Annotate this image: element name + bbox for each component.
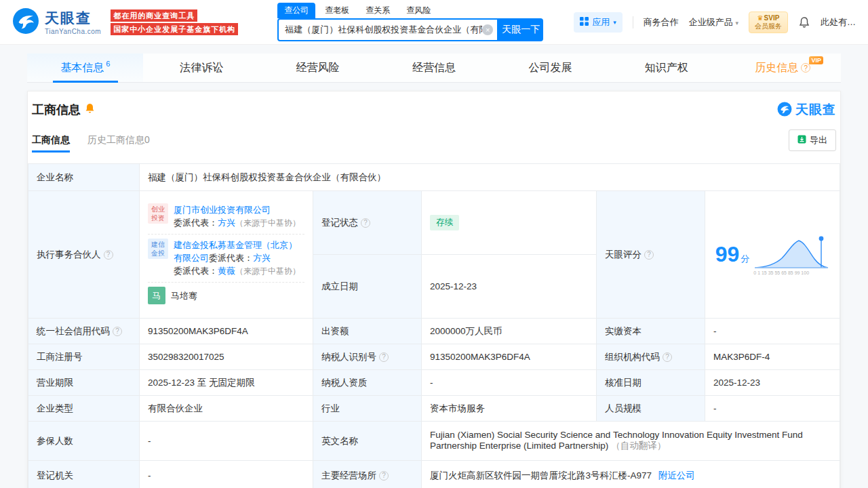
tab-label: 法律诉讼	[180, 61, 223, 75]
partner-person-link[interactable]: 马培骞	[171, 289, 197, 302]
label-executive-partners: 执行事务合伙人?	[28, 191, 140, 319]
apps-menu[interactable]: 应用 ▾	[574, 12, 623, 33]
tianyancha-logo[interactable]: 天眼查 TianYanCha.com	[12, 7, 101, 37]
tab-intellectual-property[interactable]: 知识产权	[608, 54, 724, 82]
label-company-name: 企业名称	[28, 164, 140, 191]
auto-translate-note: （自动翻译）	[611, 441, 666, 451]
business-info-table: 企业名称 福建（厦门）社保科创股权投资基金合伙企业（有限合伙） 执行事务合伙人?…	[28, 163, 840, 488]
label-approval-date: 核准日期	[597, 370, 705, 396]
help-icon[interactable]: ?	[379, 471, 389, 481]
help-icon[interactable]: ?	[113, 327, 122, 336]
user-profile-menu[interactable]: 此处有…	[821, 16, 856, 28]
tab-label: 公司发展	[528, 61, 572, 75]
nearby-companies-link[interactable]: 附近公司	[658, 470, 695, 481]
slogan-line-2: 国家中小企业发展子基金旗下机构	[111, 23, 238, 35]
search-tab-company[interactable]: 查公司	[277, 3, 315, 18]
value-tianyan-score: 99分 0 1 15 35 55 65 85 99 100	[705, 191, 840, 319]
rep-link[interactable]: 方兴	[218, 218, 235, 228]
subtab-history-business-info[interactable]: 历史工商信息0	[87, 134, 150, 152]
tab-operating-info[interactable]: 经营信息	[376, 54, 492, 82]
help-icon[interactable]: ?	[379, 352, 389, 362]
partner-company-link[interactable]: 厦门市创业投资有限公司	[174, 205, 271, 215]
value-org-code: MAK3P6DF-4	[705, 344, 840, 370]
svip-membership-button[interactable]: ♛SVIP 会员服务	[749, 12, 788, 33]
watermark-label: 天眼查	[795, 101, 836, 119]
value-credit-code: 91350200MAK3P6DF4A	[140, 319, 313, 344]
partner-type-tag: 创业 投资	[148, 203, 168, 224]
primary-nav-tabs: 基本信息 6 法律诉讼 经营风险 经营信息 公司发展 知识产权 历史信息 ? V…	[27, 54, 841, 83]
label-capital: 出资额	[313, 319, 422, 344]
chevron-down-icon: ▾	[613, 19, 616, 26]
rep-link[interactable]: 黄薇	[218, 266, 235, 276]
monitor-bell-icon[interactable]	[85, 103, 95, 117]
value-registration-status: 存续	[422, 191, 597, 255]
label-text: 执行事务合伙人	[37, 249, 101, 261]
value-approval-date: 2025-12-23	[705, 370, 840, 396]
rep-link[interactable]: 方兴	[253, 253, 271, 263]
clear-search-icon[interactable]: ×	[482, 24, 493, 35]
label-staff-size: 人员规模	[597, 396, 705, 422]
label-text: 登记状态	[321, 217, 358, 229]
search-button[interactable]: 天眼一下	[498, 18, 543, 41]
tab-basic-info-label: 基本信息	[60, 61, 104, 75]
notifications-bell-icon[interactable]	[798, 16, 810, 28]
tab-legal-proceedings[interactable]: 法律诉讼	[143, 54, 259, 82]
value-company-type: 有限合伙企业	[140, 396, 313, 422]
export-button[interactable]: 导出	[789, 129, 836, 151]
history-help-icon[interactable]: ?	[801, 63, 810, 73]
tag-line: 建信	[151, 240, 165, 249]
export-label: 导出	[810, 134, 827, 146]
value-business-address: 厦门火炬高新区软件园一期曾厝垵北路3号科汇楼-A977 附近公司	[422, 461, 840, 488]
label-english-name: 英文名称	[313, 422, 422, 461]
search-tabs: 查公司 查老板 查关系 查风险	[277, 3, 543, 18]
business-cooperation-link[interactable]: 商务合作	[644, 16, 679, 28]
help-icon[interactable]: ?	[104, 250, 113, 260]
value-executive-partners: 创业 投资 厦门市创业投资有限公司 委派代表：方兴（来源于中基协） 建信 金投	[140, 191, 313, 319]
label-insured-count: 参保人数	[28, 422, 140, 461]
tab-basic-info[interactable]: 基本信息 6	[27, 54, 143, 82]
label-business-term: 营业期限	[28, 370, 140, 396]
value-staff-size: -	[705, 396, 840, 422]
brand-name: 天眼查	[45, 9, 101, 28]
tab-basic-info-count: 6	[106, 60, 110, 68]
tianyancha-watermark: 天眼查	[777, 101, 836, 119]
svip-sublabel: 会员服务	[755, 22, 782, 30]
header-right: 应用 ▾ 商务合作 企业级产品 ▾ ♛SVIP 会员服务 此处有…	[574, 12, 856, 33]
subtab-business-info[interactable]: 工商信息	[32, 134, 70, 152]
tab-operating-risk[interactable]: 经营风险	[260, 54, 376, 82]
enterprise-products-link[interactable]: 企业级产品 ▾	[689, 16, 738, 28]
svip-label: SVIP	[764, 14, 780, 22]
value-registration-number: 350298320017025	[140, 344, 313, 370]
score-value: 99	[715, 242, 740, 266]
label-company-type: 企业类型	[28, 396, 140, 422]
crown-icon: ♛	[757, 14, 764, 22]
rep-prefix: 委派代表：	[209, 253, 253, 263]
score-axis-ticks: 0 1 15 35 55 65 85 99 100	[753, 270, 829, 275]
top-header: 天眼查 TianYanCha.com 都在用的商业查询工具 国家中小企业发展子基…	[0, 0, 868, 45]
score-distribution-chart: 0 1 15 35 55 65 85 99 100	[753, 234, 829, 275]
tab-label: 知识产权	[645, 61, 688, 75]
score-unit: 分	[741, 253, 749, 264]
value-insured-count: -	[140, 422, 313, 461]
value-registry-authority: -	[140, 461, 313, 488]
partner-item: 创业 投资 厦门市创业投资有限公司 委派代表：方兴（来源于中基协）	[148, 199, 304, 234]
search-input[interactable]	[285, 24, 482, 35]
help-icon[interactable]: ?	[361, 218, 370, 228]
search-tab-boss[interactable]: 查老板	[318, 3, 356, 18]
label-text: 主要经营场所	[321, 470, 376, 482]
help-icon[interactable]: ?	[644, 250, 654, 260]
label-text: 纳税人识别号	[321, 351, 376, 363]
search-tab-relation[interactable]: 查关系	[359, 3, 397, 18]
tab-history-info[interactable]: 历史信息 ? VIP	[725, 54, 841, 82]
label-registration-number: 工商注册号	[28, 344, 140, 370]
tab-company-development[interactable]: 公司发展	[492, 54, 608, 82]
help-icon[interactable]: ?	[663, 352, 672, 362]
rep-prefix: 委派代表：	[174, 266, 218, 276]
enterprise-products-label: 企业级产品	[689, 17, 733, 27]
value-company-name: 福建（厦门）社保科创股权投资基金合伙企业（有限合伙）	[140, 164, 840, 191]
search-tab-risk[interactable]: 查风险	[399, 3, 437, 18]
value-taxpayer-quality: -	[422, 370, 597, 396]
value-business-term: 2025-12-23 至 无固定期限	[140, 370, 313, 396]
partner-type-tag: 建信 金投	[148, 239, 168, 259]
subtab-label: 工商信息	[32, 134, 70, 145]
